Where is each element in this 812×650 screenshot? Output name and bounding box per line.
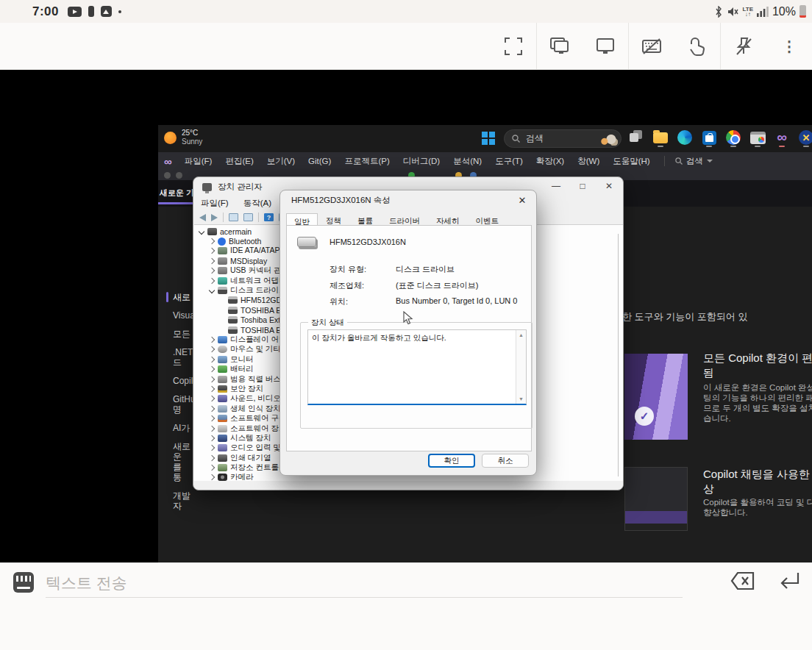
vs-menu-item[interactable]: 분석(N) [446,152,488,170]
device-tree-node[interactable]: TOSHIBA Exte [194,305,281,315]
device-tree-node[interactable]: Bluetooth [194,236,281,246]
back-icon[interactable] [199,214,206,221]
device-tree-node[interactable]: 사운드, 비디오 및 [194,394,281,404]
forward-icon[interactable] [211,214,218,221]
webpage-sidebar-item[interactable]: 새로운 를 통 [158,441,193,482]
device-tree-node[interactable]: TOSHIBA EXTE [194,325,281,335]
device-tree-node[interactable]: 생체 인식 장치 [194,404,281,413]
device-tree-node[interactable]: 마우스 및 기타 포 [194,345,281,354]
properties-icon[interactable] [243,213,253,221]
device-tree-node[interactable]: 디스플레이 어댑터 [194,335,281,344]
webpage-sidebar-item[interactable]: .NET 드 [158,347,193,368]
webpage-sidebar-item[interactable]: GitHu 명 [158,394,193,415]
device-tree-node[interactable]: 배터리 [194,364,281,374]
expand-chevron-icon[interactable] [209,258,215,264]
taskbar-file-explorer-button[interactable] [652,128,669,147]
touch-mode-button[interactable] [674,23,720,70]
help-icon[interactable]: ? [264,213,274,221]
text-send-input[interactable]: 텍스트 전송 [46,573,127,593]
vs-menu-item[interactable]: 편집(E) [218,152,260,170]
device-tree-node[interactable]: 소프트웨어 장치 [194,424,281,433]
vs-menu-item[interactable]: 디버그(D) [396,152,446,170]
webpage-sidebar-item[interactable]: 새로 [158,292,193,302]
device-tree-node[interactable]: acermain [194,226,281,236]
vs-menu-item[interactable]: 확장(X) [530,152,571,170]
expand-chevron-icon[interactable] [209,386,215,392]
device-tree-node[interactable]: MSDisplay [194,256,281,265]
expand-chevron-icon[interactable] [209,238,215,244]
expand-chevron-icon[interactable] [209,454,215,460]
device-tree-node[interactable]: Toshiba Extern [194,315,281,325]
taskbar-task-view-button[interactable] [627,128,645,147]
taskbar-store-button[interactable] [700,128,718,147]
webpage-sidebar-item[interactable]: Copil [158,376,193,386]
device-tree-node[interactable]: 범용 직렬 버스 컨 [194,374,281,384]
expand-chevron-icon[interactable] [209,376,215,382]
vs-menu-item[interactable]: 파일(F) [178,152,219,170]
taskbar-visual-studio-button[interactable]: ∞ [773,128,791,147]
webpage-sidebar-item[interactable]: Visua [158,310,193,321]
device-tree-node[interactable]: 시스템 장치 [194,433,281,443]
device-tree-node[interactable]: 소프트웨어 구성 [194,413,281,423]
device-tree-node[interactable]: 오디오 입력 및 출 [194,443,281,453]
expand-chevron-icon[interactable] [209,435,215,441]
pin-toggle-button[interactable] [721,23,766,70]
webpage-sidebar-item[interactable]: AI가 [158,423,193,433]
multi-display-button[interactable] [537,23,583,70]
webpage-sidebar-item[interactable]: 개발자 [158,490,193,511]
expand-chevron-icon[interactable] [209,357,215,362]
vs-menu-item[interactable]: 보기(V) [260,152,302,170]
status-scrollbar[interactable]: ▲ ▼ [516,330,526,404]
vs-menu-item[interactable]: 프로젝트(P) [338,152,396,170]
scroll-up-icon[interactable]: ▲ [519,332,524,338]
device-tree-node[interactable]: 인쇄 대기열 [194,453,281,463]
scroll-down-icon[interactable]: ▼ [519,396,524,401]
device-tree-node[interactable]: USB 커넥터 관리자 [194,266,281,276]
keyboard-toggle-button[interactable] [629,23,674,70]
fullscreen-button[interactable] [491,23,536,70]
expand-chevron-icon[interactable] [209,415,215,421]
collapse-chevron-icon[interactable] [209,288,215,293]
device-tree-node[interactable]: 디스크 드라이브 [194,285,281,295]
collapse-chevron-icon[interactable] [199,228,204,234]
device-tree-node[interactable]: 저장소 컨트롤러 [194,463,281,472]
vs-menu-item[interactable]: 도움말(H) [606,152,656,170]
ok-button[interactable]: 확인 [428,454,475,468]
expand-chevron-icon[interactable] [209,465,215,471]
device-tree-node[interactable]: 네트워크 어댑터 [194,276,281,285]
device-status-textbox[interactable]: 이 장치가 올바르게 작동하고 있습니다. ▲ ▼ [307,329,527,405]
taskbar-remote-window-button[interactable] [749,128,766,147]
minimize-button[interactable]: — [548,179,564,193]
dm-menu-item[interactable]: 파일(F) [193,196,236,210]
expand-chevron-icon[interactable] [209,248,215,254]
more-options-button[interactable]: ⋮ [766,23,812,70]
vs-menu-item[interactable]: 창(W) [571,152,606,170]
expand-chevron-icon[interactable] [209,425,215,431]
taskbar-chrome-button[interactable] [724,128,742,147]
taskbar-search-box[interactable]: 검색 [504,129,622,148]
dialog-titlebar[interactable]: HFM512GD3JX016N 속성 [280,190,536,210]
enter-button[interactable] [777,570,802,592]
taskbar-weather-widget[interactable]: 25°C Sunny [164,129,202,146]
single-display-button[interactable] [583,23,628,70]
dm-menu-item[interactable]: 동작(A) [236,196,279,210]
expand-chevron-icon[interactable] [209,337,215,343]
expand-chevron-icon[interactable] [209,474,215,480]
keyboard-icon[interactable] [13,572,34,593]
dialog-close-button[interactable]: ✕ [513,193,532,208]
taskbar-x-app-button[interactable]: ✕ [797,128,812,147]
start-button[interactable] [482,132,495,145]
close-button[interactable]: ✕ [601,179,617,193]
expand-chevron-icon[interactable] [209,268,215,274]
cancel-button[interactable]: 취소 [482,454,529,468]
vertical-scrollbar[interactable] [618,234,619,476]
taskbar-edge-button[interactable] [676,128,694,147]
device-tree-node[interactable]: HFM512GD3J [194,296,281,305]
backspace-button[interactable] [730,570,756,592]
vs-menu-item[interactable]: Git(G) [302,152,338,170]
expand-chevron-icon[interactable] [209,346,215,352]
expand-chevron-icon[interactable] [209,366,215,372]
device-tree-node[interactable]: 보안 장치 [194,384,281,393]
vs-menu-item[interactable]: 도구(T) [488,152,530,170]
device-tree-node[interactable]: 모니터 [194,354,281,364]
